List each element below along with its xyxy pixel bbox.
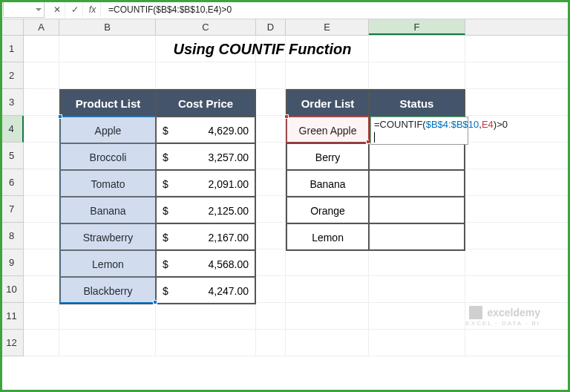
cell-formula-editor[interactable]: =COUNTIF($B$4:$B$10,E4)>0: [370, 117, 468, 145]
order-name-cell[interactable]: Green Apple: [286, 117, 369, 143]
products-header-list: Product List: [60, 90, 156, 117]
product-price-cell[interactable]: $4,629.00: [156, 117, 255, 143]
watermark-sub: EXCEL · DATA · BI: [465, 320, 540, 327]
cells-area[interactable]: Using COUNTIF Function Product List Cost…: [24, 36, 570, 356]
fx-icon[interactable]: fx: [85, 1, 101, 18]
confirm-icon[interactable]: ✓: [67, 1, 83, 18]
col-header-C[interactable]: C: [156, 19, 256, 35]
order-name-cell[interactable]: Berry: [286, 143, 369, 170]
col-header-B[interactable]: B: [59, 19, 156, 35]
product-name-cell[interactable]: Lemon: [60, 250, 156, 277]
order-status-cell[interactable]: [369, 197, 465, 223]
product-name-cell[interactable]: Strawberry: [60, 223, 156, 250]
order-name-cell[interactable]: Lemon: [286, 223, 369, 250]
product-name-cell[interactable]: Apple: [60, 117, 156, 143]
row-header-3[interactable]: 3: [0, 89, 24, 116]
table-row[interactable]: Berry: [286, 143, 465, 170]
table-row[interactable]: Orange: [286, 197, 465, 223]
product-price-cell[interactable]: $4,247.00: [156, 277, 255, 304]
table-row[interactable]: Lemon$4,568.00: [60, 250, 255, 277]
col-header-A[interactable]: A: [24, 19, 59, 35]
row-header-9[interactable]: 9: [0, 249, 24, 276]
products-header-price: Cost Price: [156, 90, 255, 117]
product-price-cell[interactable]: $2,125.00: [156, 197, 255, 223]
product-price-cell[interactable]: $2,091.00: [156, 170, 255, 197]
row-headers: 1 2 3 4 5 6 7 8 9 10 11 12: [0, 36, 24, 356]
cancel-icon[interactable]: ✕: [49, 1, 65, 18]
name-box[interactable]: [3, 1, 45, 18]
product-price-cell[interactable]: $3,257.00: [156, 143, 255, 170]
col-header-F[interactable]: F: [369, 19, 465, 35]
row-header-2[interactable]: 2: [0, 62, 24, 89]
page-title: Using COUNTIF Function: [59, 36, 465, 62]
order-status-cell[interactable]: [369, 170, 465, 197]
col-header-E[interactable]: E: [286, 19, 369, 35]
watermark: exceldemy: [469, 306, 540, 319]
orders-table: Order List Status Green AppleBerryBanana…: [286, 89, 465, 251]
table-row[interactable]: Banana: [286, 170, 465, 197]
row-header-5[interactable]: 5: [0, 143, 24, 169]
product-name-cell[interactable]: Banana: [60, 197, 156, 223]
col-header-D[interactable]: D: [256, 19, 286, 35]
row-header-7[interactable]: 7: [0, 196, 24, 223]
watermark-brand: exceldemy: [487, 307, 540, 318]
table-row[interactable]: Blackberry$4,247.00: [60, 277, 255, 304]
table-row[interactable]: Strawberry$2,167.00: [60, 223, 255, 250]
product-name-cell[interactable]: Broccoli: [60, 143, 156, 170]
products-table: Product List Cost Price Apple$4,629.00Br…: [59, 89, 256, 304]
order-status-cell[interactable]: [369, 143, 465, 170]
table-row[interactable]: Apple$4,629.00: [60, 117, 255, 143]
column-headers: A B C D E F: [0, 19, 570, 36]
product-name-cell[interactable]: Blackberry: [60, 277, 156, 304]
row-header-4[interactable]: 4: [0, 116, 24, 143]
row-header-6[interactable]: 6: [0, 169, 24, 196]
table-row[interactable]: Tomato$2,091.00: [60, 170, 255, 197]
row-header-10[interactable]: 10: [0, 276, 24, 303]
order-name-cell[interactable]: Banana: [286, 170, 369, 197]
table-row[interactable]: Broccoli$3,257.00: [60, 143, 255, 170]
formula-input[interactable]: =COUNTIF($B$4:$B$10,E4)>0: [101, 1, 570, 18]
text-cursor-icon: [374, 132, 375, 143]
formula-bar: ✕ ✓ fx =COUNTIF($B$4:$B$10,E4)>0: [0, 0, 570, 19]
row-header-12[interactable]: 12: [0, 330, 24, 356]
orders-header-list: Order List: [286, 90, 369, 117]
row-header-8[interactable]: 8: [0, 223, 24, 249]
product-name-cell[interactable]: Tomato: [60, 170, 156, 197]
order-status-cell[interactable]: [369, 223, 465, 250]
row-header-1[interactable]: 1: [0, 36, 24, 62]
order-name-cell[interactable]: Orange: [286, 197, 369, 223]
product-price-cell[interactable]: $2,167.00: [156, 223, 255, 250]
table-row[interactable]: Lemon: [286, 223, 465, 250]
select-all-corner[interactable]: [0, 19, 24, 35]
row-header-11[interactable]: 11: [0, 303, 24, 330]
exceldemy-logo-icon: [469, 306, 482, 319]
orders-header-status: Status: [369, 90, 465, 117]
product-price-cell[interactable]: $4,568.00: [156, 250, 255, 277]
table-row[interactable]: Banana$2,125.00: [60, 197, 255, 223]
